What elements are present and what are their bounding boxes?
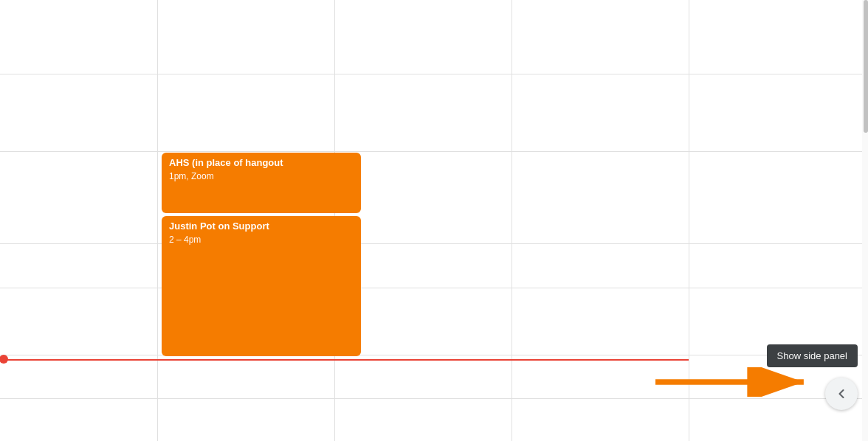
time-indicator-line [0,359,689,361]
event-ahs[interactable]: AHS (in place of hangout 1pm, Zoom [162,153,361,213]
scrollbar-track[interactable] [862,0,868,441]
h-line-sub-2 [0,243,868,244]
event-justin[interactable]: Justin Pot on Support 2 – 4pm [162,216,361,356]
scrollbar-thumb[interactable] [864,0,868,133]
event-ahs-title: AHS (in place of hangout [169,157,354,170]
calendar-layout: AHS (in place of hangout 1pm, Zoom Justi… [0,0,868,441]
h-line-2 [0,355,868,355]
event-justin-title: Justin Pot on Support [169,220,354,233]
v-line-1 [157,0,158,441]
show-panel-arrow [655,367,818,400]
h-line-sub-3 [0,288,868,288]
event-justin-time: 2 – 4pm [169,235,354,245]
h-line-1 [0,151,868,152]
time-indicator-dot [0,355,8,364]
v-line-3 [512,0,512,441]
chevron-left-icon [834,386,849,401]
h-line-sub-1 [0,74,868,74]
show-side-panel-tooltip: Show side panel [767,344,858,367]
show-side-panel-button[interactable] [825,378,858,410]
event-ahs-time: 1pm, Zoom [169,171,354,181]
